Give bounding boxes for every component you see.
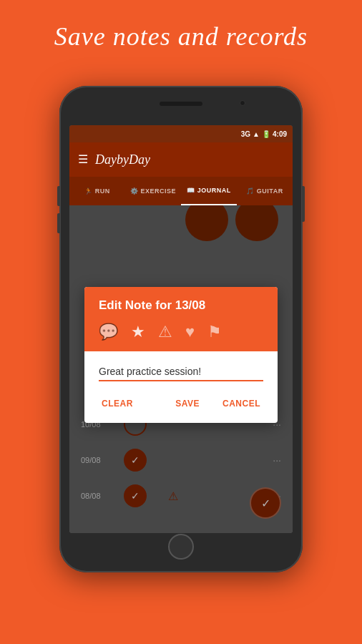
tab-run[interactable]: 🏃 RUN (69, 177, 125, 205)
tab-guitar-label: GUITAR (257, 187, 283, 195)
hamburger-icon[interactable]: ☰ (78, 154, 88, 165)
phone-vol-up-button (57, 186, 60, 206)
app-logo: DaybyDay (95, 152, 284, 167)
nav-tabs: 🏃 RUN ⚙️ EXERCISE 📖 JOURNAL 🎵 GUITAR (69, 177, 293, 205)
dialog-header: Edit Note for 13/08 💬 ★ ⚠ ♥ ⚑ (84, 287, 278, 351)
note-input[interactable] (99, 363, 263, 381)
clear-button[interactable]: CLEAR (93, 393, 142, 414)
tab-journal-label: JOURNAL (197, 187, 231, 194)
phone-home-button[interactable] (168, 534, 194, 560)
tab-journal[interactable]: 📖 JOURNAL (181, 177, 237, 205)
dialog-actions: CLEAR SAVE CANCEL (84, 387, 278, 423)
screen-content: 10/08 ··· 09/08 ✓ ··· 08/08 ✓ ⚠ ··· (69, 205, 293, 533)
tab-guitar[interactable]: 🎵 GUITAR (237, 177, 293, 205)
warning-triangle-icon[interactable]: ⚠ (158, 323, 172, 341)
save-button[interactable]: SAVE (167, 393, 208, 414)
heart-icon[interactable]: ♥ (185, 323, 195, 341)
journal-icon: 📖 (187, 187, 195, 194)
dialog-body (84, 351, 278, 387)
page-title: Save notes and records (0, 21, 362, 52)
clock: 4:09 (273, 130, 287, 138)
dialog-icon-row: 💬 ★ ⚠ ♥ ⚑ (99, 323, 263, 341)
guitar-icon: 🎵 (246, 187, 255, 195)
tab-run-label: RUN (95, 187, 110, 195)
exercise-icon: ⚙️ (130, 187, 139, 195)
star-icon[interactable]: ★ (131, 323, 145, 341)
network-indicator: 3G (241, 130, 250, 138)
phone-camera (240, 100, 245, 106)
edit-note-dialog: Edit Note for 13/08 💬 ★ ⚠ ♥ ⚑ (84, 287, 278, 423)
app-toolbar: ☰ DaybyDay (69, 142, 293, 177)
cancel-button[interactable]: CANCEL (214, 393, 269, 414)
status-bar: 3G ▲ 🔋 4:09 (69, 125, 293, 142)
phone-speaker (160, 102, 202, 106)
phone-frame: 3G ▲ 🔋 4:09 ☰ DaybyDay 🏃 RUN ⚙️ EXERCISE… (59, 86, 303, 572)
battery-icon: 🔋 (262, 130, 270, 138)
signal-icon: ▲ (253, 130, 260, 138)
dialog-overlay: Edit Note for 13/08 💬 ★ ⚠ ♥ ⚑ (69, 205, 293, 533)
phone-screen: 3G ▲ 🔋 4:09 ☰ DaybyDay 🏃 RUN ⚙️ EXERCISE… (69, 125, 293, 533)
tab-exercise[interactable]: ⚙️ EXERCISE (125, 177, 181, 205)
phone-power-button (302, 186, 305, 222)
phone-vol-down-button (57, 213, 60, 233)
run-icon: 🏃 (84, 187, 93, 195)
status-icons: 3G ▲ 🔋 4:09 (241, 130, 287, 138)
dialog-title: Edit Note for 13/08 (99, 298, 263, 313)
tab-exercise-label: EXERCISE (140, 187, 176, 195)
chat-bubble-icon[interactable]: 💬 (99, 323, 118, 341)
flag-icon[interactable]: ⚑ (207, 323, 222, 341)
